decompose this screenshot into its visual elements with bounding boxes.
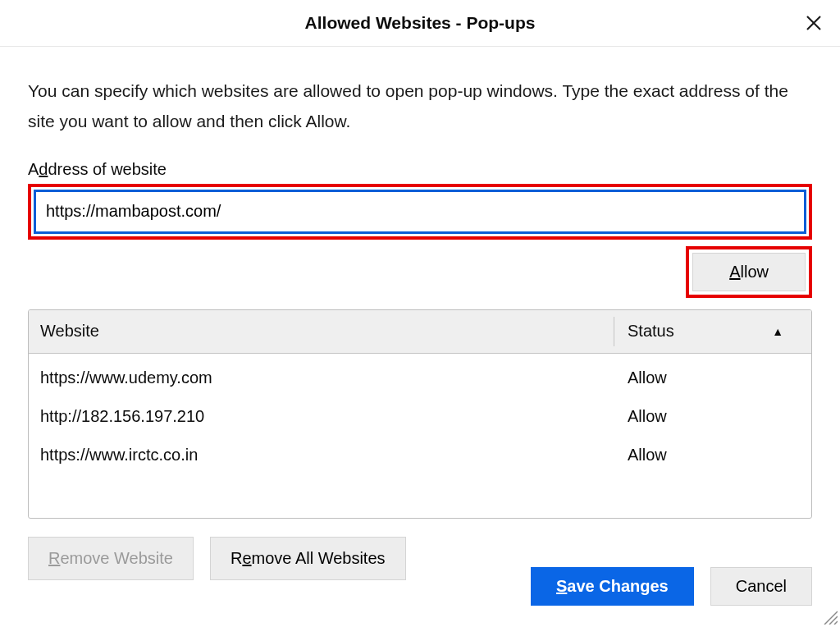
address-input[interactable]	[34, 190, 806, 234]
intro-text: You can specify which websites are allow…	[28, 76, 812, 137]
col-website-header[interactable]: Website	[40, 322, 614, 341]
titlebar: Allowed Websites - Pop-ups	[0, 0, 840, 47]
cell-status: Allow	[614, 368, 800, 387]
allow-button[interactable]: Allow	[692, 253, 806, 291]
resize-grip-icon[interactable]	[821, 608, 838, 625]
address-label: Address of website	[28, 160, 812, 179]
table-header: Website Status ▲	[29, 310, 811, 354]
cancel-button[interactable]: Cancel	[710, 567, 812, 606]
cell-status: Allow	[614, 407, 800, 426]
cell-website: http://182.156.197.210	[40, 407, 614, 426]
dialog-footer: Save Changes Cancel	[531, 567, 812, 606]
cell-status: Allow	[614, 446, 800, 465]
allow-button-row: Allow	[28, 246, 812, 298]
col-status-header[interactable]: Status ▲	[614, 317, 800, 346]
sort-arrow-icon: ▲	[772, 325, 783, 338]
svg-line-4	[834, 621, 838, 625]
close-icon[interactable]	[802, 11, 825, 34]
popup-exceptions-dialog: Allowed Websites - Pop-ups You can speci…	[0, 0, 840, 627]
address-input-highlight	[28, 184, 812, 240]
dialog-title: Allowed Websites - Pop-ups	[305, 13, 536, 33]
allow-button-highlight: Allow	[686, 246, 812, 298]
save-changes-button[interactable]: Save Changes	[531, 567, 694, 606]
table-row[interactable]: https://www.udemy.comAllow	[29, 359, 811, 397]
cell-website: https://www.udemy.com	[40, 368, 614, 387]
exceptions-table: Website Status ▲ https://www.udemy.comAl…	[28, 309, 812, 519]
table-body: https://www.udemy.comAllowhttp://182.156…	[29, 354, 811, 518]
table-row[interactable]: https://www.irctc.co.inAllow	[29, 436, 811, 474]
dialog-content: You can specify which websites are allow…	[0, 47, 840, 580]
remove-all-websites-button[interactable]: Remove All Websites	[210, 537, 406, 580]
remove-website-button[interactable]: Remove Website	[28, 537, 194, 580]
table-row[interactable]: http://182.156.197.210Allow	[29, 397, 811, 436]
cell-website: https://www.irctc.co.in	[40, 446, 614, 465]
